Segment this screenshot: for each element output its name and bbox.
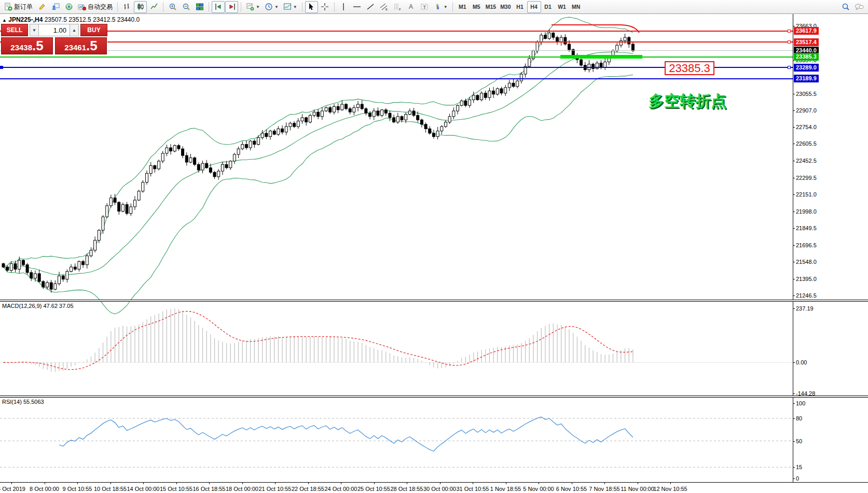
candle-body <box>301 118 304 121</box>
auto-trading-button[interactable]: 自动交易 <box>76 1 115 13</box>
price-tick-label: 21696.5 <box>796 242 817 248</box>
timeframe-button-h1[interactable]: H1 <box>513 1 527 13</box>
search-button[interactable] <box>839 1 852 13</box>
candle-body <box>504 88 507 93</box>
symbol-period: JPN225-,H4 <box>8 16 43 23</box>
collapse-panel-arrow-icon[interactable]: ▲ <box>2 18 7 23</box>
candle-body <box>62 276 64 279</box>
timeframe-button-h4[interactable]: H4 <box>527 1 541 13</box>
periods-dropdown[interactable]: ▼ <box>263 1 281 13</box>
text-label-tool[interactable]: T <box>418 1 431 13</box>
candle-body <box>365 109 367 114</box>
candle-body <box>14 264 17 270</box>
line-start-marker <box>0 66 3 69</box>
new-order-button[interactable]: 新订单 <box>2 1 35 13</box>
level-line-23440.0[interactable] <box>0 50 793 51</box>
candle-body <box>241 145 244 149</box>
turning-point-note[interactable]: 多空转折点 <box>649 91 726 112</box>
bollinger-mid-band[interactable] <box>4 52 633 275</box>
buy-price-box[interactable]: 23461.5 <box>55 37 107 54</box>
news-button[interactable] <box>62 1 75 13</box>
candle-body <box>281 129 284 132</box>
candle-body <box>460 101 463 106</box>
timeframe-button-mn[interactable]: MN <box>569 1 583 13</box>
timeframe-button-m15[interactable]: M15 <box>484 1 498 13</box>
crosshair-tool-button[interactable] <box>319 1 332 13</box>
auto-scroll-button[interactable] <box>212 1 225 13</box>
candle-body <box>381 110 383 116</box>
time-tick-label: 11 Nov 00:00 <box>621 486 654 492</box>
candle-body <box>161 153 164 161</box>
timeframe-button-m5[interactable]: M5 <box>470 1 484 13</box>
candlestick-mode-button[interactable] <box>134 1 147 13</box>
line-chart-mode-button[interactable] <box>147 1 160 13</box>
auto-trading-icon <box>78 3 86 11</box>
metaeditor-button[interactable] <box>35 1 48 13</box>
rsi-tick-mark <box>793 418 795 419</box>
price-tick-mark <box>793 161 795 161</box>
chart-shift-button[interactable] <box>225 1 238 13</box>
candle-body <box>321 111 323 117</box>
candle-body <box>357 104 360 107</box>
bar-chart-mode-button[interactable] <box>120 1 133 13</box>
trendline-icon <box>366 3 375 11</box>
toolbar-separator <box>302 2 302 12</box>
vertical-line-tool[interactable] <box>337 1 350 13</box>
candle-body <box>221 164 224 171</box>
candle-body <box>293 123 296 127</box>
candle-body <box>50 283 52 289</box>
volume-input[interactable]: 1.00 <box>39 24 70 36</box>
cursor-tool-button[interactable] <box>305 1 318 13</box>
volume-increase-button[interactable]: ▲ <box>70 24 79 36</box>
level-line-23517.4[interactable] <box>0 41 793 43</box>
zoom-out-button[interactable] <box>180 1 192 13</box>
candle-body <box>544 35 546 39</box>
zoom-in-button[interactable] <box>166 1 179 13</box>
horizontal-line-tool[interactable] <box>351 1 364 13</box>
timeframe-button-w1[interactable]: W1 <box>555 1 569 13</box>
trendline-tool[interactable] <box>364 1 377 13</box>
price-tick-mark <box>793 194 795 195</box>
candle-body <box>173 146 176 151</box>
time-tick-mark <box>143 483 144 484</box>
price-chart-canvas[interactable] <box>0 14 868 493</box>
timeframe-button-m1[interactable]: M1 <box>456 1 470 13</box>
candle-body <box>94 240 97 250</box>
equidistant-channel-tool[interactable]: E <box>378 1 391 13</box>
time-tick-mark <box>572 483 572 484</box>
level-line-23189.9[interactable] <box>0 78 793 79</box>
tile-windows-button[interactable] <box>193 1 206 13</box>
arrows-dropdown[interactable]: ▼ <box>432 1 450 13</box>
buy-button[interactable]: BUY <box>80 24 107 36</box>
candle-body <box>217 171 220 177</box>
time-tick-label: 12 Nov 10:55 <box>653 486 687 492</box>
rsi-line[interactable] <box>59 417 633 451</box>
text-tool[interactable]: A <box>405 1 418 13</box>
candle-body <box>177 146 180 149</box>
candle-body <box>38 274 40 281</box>
fibonacci-tool[interactable]: F <box>391 1 404 13</box>
candle-body <box>10 264 12 271</box>
sell-button[interactable]: SELL <box>1 24 28 36</box>
panel-separator-rsi[interactable] <box>0 396 868 398</box>
price-callout-box[interactable]: 23385.3 <box>665 61 714 75</box>
volume-decrease-button[interactable]: ▼ <box>30 24 39 36</box>
sell-price-box[interactable]: 23438.5 <box>1 37 53 54</box>
timeframe-button-d1[interactable]: D1 <box>541 1 555 13</box>
time-axis[interactable]: 4 Oct 20198 Oct 00:009 Oct 10:5510 Oct 1… <box>0 482 868 493</box>
strategy-tester-button[interactable] <box>49 1 62 13</box>
level-line-23385.3[interactable] <box>0 57 793 58</box>
timeframe-button-m30[interactable]: M30 <box>498 1 513 13</box>
panel-separator-macd[interactable] <box>0 300 868 302</box>
indicators-dropdown[interactable]: ▼ <box>281 1 299 13</box>
horizontal-line-icon <box>353 3 361 11</box>
chat-button[interactable] <box>852 1 866 13</box>
candle-body <box>137 191 140 200</box>
candle-body <box>2 264 5 267</box>
level-line-23617.9[interactable] <box>0 31 793 32</box>
chart-window[interactable]: ▲ JPN225-,H4 23507.5 23512.5 23412.5 234… <box>0 14 868 493</box>
time-tick-label: 16 Oct 18:55 <box>193 486 226 492</box>
support-zone-highlight[interactable] <box>560 55 642 59</box>
new-chart-dropdown[interactable]: ▼ <box>244 1 262 13</box>
candle-body <box>401 117 403 120</box>
